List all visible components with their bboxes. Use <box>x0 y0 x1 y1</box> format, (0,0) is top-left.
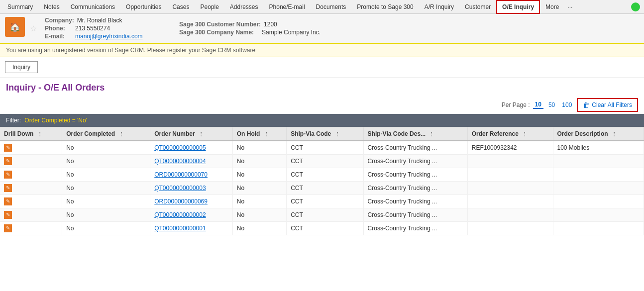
col-header-order-number: Order Number ⋮ <box>150 127 233 141</box>
nav-item-ar-inquiry[interactable]: A/R Inquiry <box>419 0 459 14</box>
nav-item-communications[interactable]: Communications <box>65 0 120 14</box>
table-header-row: Drill Down ⋮ Order Completed ⋮ Order Num… <box>0 127 644 141</box>
email-link[interactable]: manoj@greytrixindia.com <box>75 33 143 40</box>
nav-item-phone-email[interactable]: Phone/E-mail <box>264 0 311 14</box>
col-label-order-ref: Order Reference <box>472 130 519 137</box>
order-number-cell[interactable]: ORD000000000069 <box>150 195 233 208</box>
col-sort-on-hold[interactable]: ⋮ <box>264 131 269 137</box>
order-desc-cell <box>553 182 644 195</box>
per-page-10-button[interactable]: 10 <box>533 101 543 109</box>
nav-item-more[interactable]: More <box>540 0 564 14</box>
edit-icon[interactable]: ✎ <box>4 171 12 179</box>
on-hold-cell: No <box>232 222 286 235</box>
edit-icon[interactable]: ✎ <box>4 224 12 232</box>
ship-via-code-cell: CCT <box>287 222 363 235</box>
col-sort-order-number[interactable]: ⋮ <box>199 131 204 137</box>
order-number-cell[interactable]: QT0000000000005 <box>150 141 233 155</box>
ship-via-desc-cell: Cross-Country Trucking ... <box>363 168 467 182</box>
col-sort-ship-via-code[interactable]: ⋮ <box>335 131 340 137</box>
company-logo-icon: 🏠 <box>5 17 25 37</box>
inquiry-button[interactable]: Inquiry <box>5 61 38 73</box>
drill-down-cell: ✎ <box>0 141 62 155</box>
nav-item-people[interactable]: People <box>195 0 224 14</box>
nav-item-summary[interactable]: Summary <box>2 0 38 14</box>
per-page-controls: Per Page : 10 50 100 🗑 Clear All Filters <box>0 96 644 114</box>
filter-bar: Filter: Order Completed = 'No' <box>0 114 644 127</box>
order-desc-cell <box>553 208 644 222</box>
ship-via-code-cell: CCT <box>287 168 363 182</box>
order-number-cell[interactable]: QT0000000000003 <box>150 182 233 195</box>
more-dots-icon[interactable]: ··· <box>564 1 575 12</box>
nav-item-notes[interactable]: Notes <box>38 0 65 14</box>
clear-all-filters-button[interactable]: 🗑 Clear All Filters <box>577 98 638 112</box>
order-completed-cell: No <box>62 155 150 168</box>
sage-customer-number-row: Sage 300 Customer Number: 1200 <box>179 21 321 28</box>
drill-down-cell: ✎ <box>0 195 62 208</box>
order-ref-cell <box>467 182 553 195</box>
order-ref-cell <box>467 168 553 182</box>
order-completed-cell: No <box>62 168 150 182</box>
col-sort-order-desc[interactable]: ⋮ <box>612 131 617 137</box>
order-number-cell[interactable]: QT0000000000001 <box>150 222 233 235</box>
order-completed-cell: No <box>62 195 150 208</box>
per-page-100-button[interactable]: 100 <box>560 101 574 108</box>
edit-icon[interactable]: ✎ <box>4 157 12 165</box>
phone-value: 213 5550274 <box>75 25 110 32</box>
nav-item-documents[interactable]: Documents <box>311 0 352 14</box>
nav-item-promote-sage[interactable]: Promote to Sage 300 <box>351 0 419 14</box>
order-number-cell[interactable]: QT0000000000004 <box>150 155 233 168</box>
trash-icon: 🗑 <box>583 101 590 109</box>
drill-down-cell: ✎ <box>0 168 62 182</box>
ship-via-code-cell: CCT <box>287 195 363 208</box>
order-ref-cell <box>467 155 553 168</box>
nav-item-cases[interactable]: Cases <box>167 0 195 14</box>
on-hold-cell: No <box>232 155 286 168</box>
col-header-order-completed: Order Completed ⋮ <box>62 127 150 141</box>
on-hold-cell: No <box>232 168 286 182</box>
col-header-order-ref: Order Reference ⋮ <box>467 127 553 141</box>
table-row: ✎ No QT0000000000001 No CCT Cross-Countr… <box>0 222 644 235</box>
status-circle <box>631 2 640 11</box>
order-ref-cell: REF1000932342 <box>467 141 553 155</box>
orders-table-wrapper: Drill Down ⋮ Order Completed ⋮ Order Num… <box>0 127 644 235</box>
table-row: ✎ No QT0000000000002 No CCT Cross-Countr… <box>0 208 644 222</box>
col-header-ship-via-desc: Ship-Via Code Des... ⋮ <box>363 127 467 141</box>
table-row: ✎ No QT0000000000005 No CCT Cross-Countr… <box>0 141 644 155</box>
per-page-50-button[interactable]: 50 <box>546 101 557 108</box>
sage-customer-number-label: Sage 300 Customer Number: <box>179 21 261 28</box>
order-desc-cell: 100 Mobiles <box>553 141 644 155</box>
ship-via-code-cell: CCT <box>287 155 363 168</box>
favorite-star-icon[interactable]: ☆ <box>30 24 37 33</box>
on-hold-cell: No <box>232 195 286 208</box>
edit-icon[interactable]: ✎ <box>4 197 12 205</box>
orders-table: Drill Down ⋮ Order Completed ⋮ Order Num… <box>0 127 644 235</box>
edit-icon[interactable]: ✎ <box>4 184 12 192</box>
order-ref-cell <box>467 208 553 222</box>
ship-via-code-cell: CCT <box>287 182 363 195</box>
table-row: ✎ No ORD000000000069 No CCT Cross-Countr… <box>0 195 644 208</box>
col-label-ship-via-code: Ship-Via Code <box>291 130 331 137</box>
warning-banner: You are using an unregistered version of… <box>0 43 644 57</box>
col-sort-ship-via-desc[interactable]: ⋮ <box>429 131 434 137</box>
nav-item-addresses[interactable]: Addresses <box>224 0 264 14</box>
email-label: E-mail: <box>45 33 72 40</box>
ship-via-desc-cell: Cross-Country Trucking ... <box>363 208 467 222</box>
order-number-cell[interactable]: ORD000000000070 <box>150 168 233 182</box>
nav-item-opportunities[interactable]: Opportunities <box>120 0 167 14</box>
drill-down-cell: ✎ <box>0 182 62 195</box>
page-title: Inquiry - O/E All Orders <box>0 78 644 96</box>
col-sort-order-ref[interactable]: ⋮ <box>522 131 527 137</box>
nav-item-customer[interactable]: Customer <box>459 0 496 14</box>
col-sort-drill-down[interactable]: ⋮ <box>37 131 42 137</box>
col-sort-order-completed[interactable]: ⋮ <box>119 131 124 137</box>
edit-icon[interactable]: ✎ <box>4 144 12 152</box>
ship-via-desc-cell: Cross-Country Trucking ... <box>363 222 467 235</box>
edit-icon[interactable]: ✎ <box>4 211 12 219</box>
order-completed-cell: No <box>62 141 150 155</box>
col-header-on-hold: On Hold ⋮ <box>232 127 286 141</box>
company-label: Company: <box>45 17 74 24</box>
nav-item-oe-inquiry[interactable]: O/E Inquiry <box>496 0 540 14</box>
inquiry-button-area: Inquiry <box>0 57 644 78</box>
sage-info: Sage 300 Customer Number: 1200 Sage 300 … <box>179 17 321 40</box>
order-number-cell[interactable]: QT0000000000002 <box>150 208 233 222</box>
